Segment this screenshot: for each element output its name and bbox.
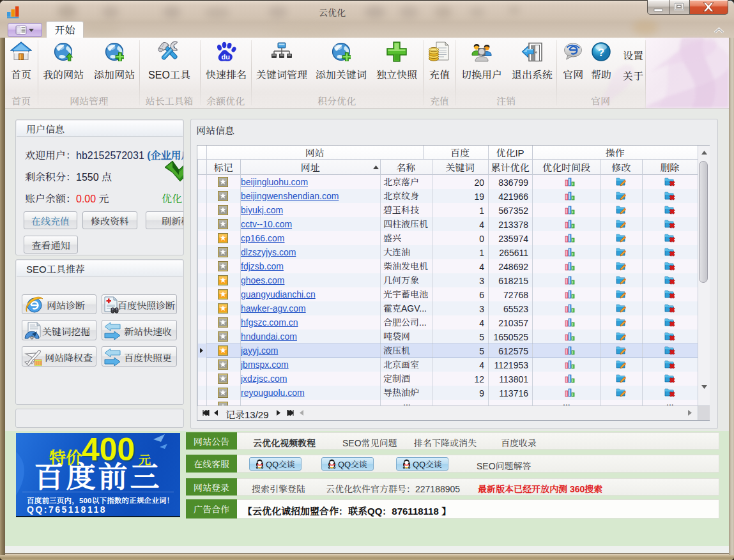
svg-text:?: ? [598,47,604,59]
svg-text:du: du [222,53,230,61]
